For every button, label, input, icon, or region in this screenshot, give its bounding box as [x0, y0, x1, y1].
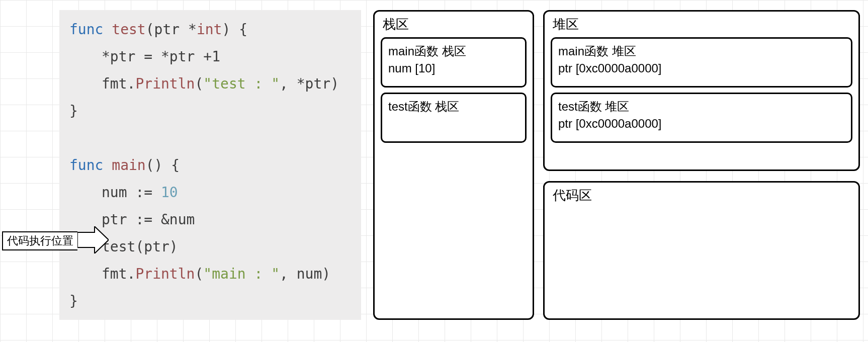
keyword-func: func	[69, 21, 103, 38]
heap-main-title: main函数 堆区	[558, 43, 845, 60]
op-decl: :=	[135, 184, 152, 201]
stack-test-frame: test函数 栈区	[381, 93, 527, 143]
stack-area-title: 栈区	[383, 16, 527, 33]
execution-pointer: 代码执行位置	[2, 226, 109, 255]
call-test: test(ptr)	[102, 238, 178, 255]
var-ptr: ptr	[102, 211, 135, 228]
code-area-title: 代码区	[553, 187, 852, 204]
heap-main-frame: main函数 堆区 ptr [0xc0000a0000]	[551, 37, 852, 88]
fn-println: Println	[135, 266, 195, 282]
dot: .	[127, 75, 136, 92]
args-rest: , num)	[280, 266, 330, 282]
pkg-fmt: fmt	[102, 75, 127, 92]
code-line-2: *ptr = *ptr +1	[102, 48, 220, 65]
dot: .	[127, 266, 136, 282]
fn-main-rest: () {	[146, 157, 180, 174]
stack-area: 栈区 main函数 栈区 num [10] test函数 栈区	[373, 10, 534, 320]
pkg-fmt: fmt	[102, 266, 127, 282]
literal-10: 10	[161, 184, 178, 201]
keyword-func: func	[69, 157, 103, 174]
code-area: 代码区	[543, 181, 860, 320]
string-literal: "main : "	[203, 266, 280, 282]
paren: (	[195, 75, 203, 92]
paren: (	[195, 266, 203, 282]
fn-main: main	[112, 157, 145, 174]
svg-marker-0	[77, 226, 109, 253]
stack-test-title: test函数 栈区	[388, 98, 519, 115]
addr-num: &num	[152, 211, 195, 228]
args-rest: , *ptr)	[280, 75, 339, 92]
op-decl: :=	[135, 211, 152, 228]
var-num: num	[102, 184, 135, 201]
arrow-right-icon	[77, 226, 109, 255]
paren: (ptr	[146, 21, 188, 38]
stack-main-title: main函数 栈区	[388, 43, 519, 60]
brace-close: }	[69, 103, 78, 119]
fn-test: test	[112, 21, 145, 38]
stack-main-line1: num [10]	[388, 60, 519, 77]
heap-test-frame: test函数 堆区 ptr [0xc0000a0000]	[551, 93, 852, 143]
space	[152, 184, 161, 201]
paren-close: ) {	[222, 21, 247, 38]
code-snippet: func test(ptr *int) { *ptr = *ptr +1 fmt…	[59, 10, 361, 320]
string-literal: "test : "	[203, 75, 280, 92]
stack-main-frame: main函数 栈区 num [10]	[381, 37, 527, 88]
brace-close: }	[69, 293, 78, 309]
heap-test-title: test函数 堆区	[558, 98, 845, 115]
fn-println: Println	[135, 75, 195, 92]
heap-main-line1: ptr [0xc0000a0000]	[558, 60, 845, 77]
star: *	[188, 21, 197, 38]
execution-pointer-label: 代码执行位置	[2, 231, 77, 250]
heap-area-title: 堆区	[553, 16, 852, 33]
type-int: int	[197, 21, 222, 38]
diagram-stage: func test(ptr *int) { *ptr = *ptr +1 fmt…	[0, 0, 868, 342]
heap-area: 堆区 main函数 堆区 ptr [0xc0000a0000] test函数 堆…	[543, 10, 860, 171]
heap-test-line1: ptr [0xc0000a0000]	[558, 115, 845, 132]
